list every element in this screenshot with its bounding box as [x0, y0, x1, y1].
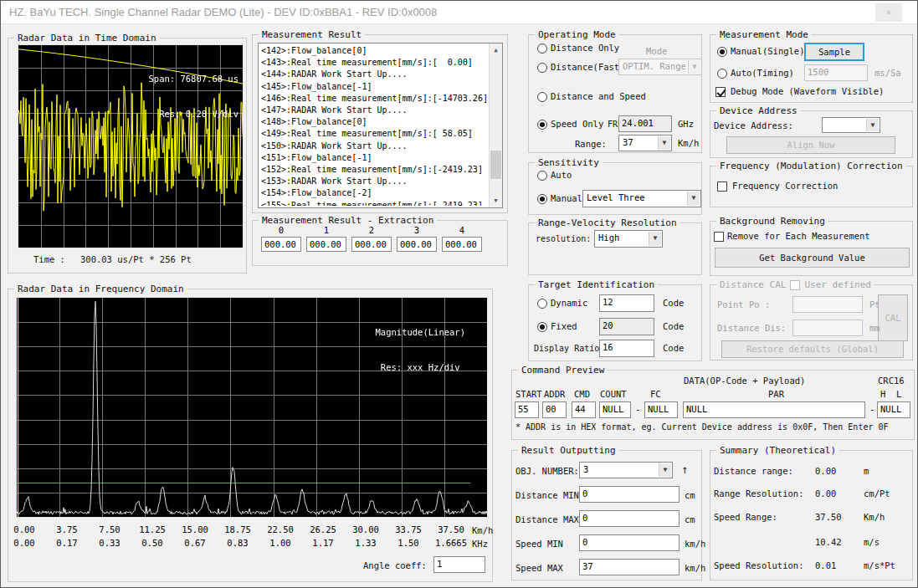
xtick-freq: 0.17	[50, 538, 84, 548]
summary-speed-resolution-label: Speed Resolution:	[714, 560, 803, 570]
chevron-down-icon[interactable]: ▼	[658, 136, 670, 150]
remove-each-measurement-label[interactable]: Remove for Each Measurement	[727, 231, 870, 241]
radio-speed-only[interactable]	[537, 120, 547, 130]
radio-fixed[interactable]	[537, 322, 547, 332]
radio-sensitivity-manual-label[interactable]: Manual	[551, 193, 582, 203]
point-po-field[interactable]	[792, 296, 863, 313]
xtick-speed: 0.00	[8, 524, 41, 534]
radio-auto-timing-label[interactable]: Auto(Timing)	[731, 68, 794, 78]
log-scrollbar[interactable]: ▲ ▼	[489, 43, 502, 207]
distance-dis-label: Distance Dis:	[717, 323, 786, 333]
radio-speed-only-label[interactable]: Speed Only	[551, 119, 603, 129]
radio-distance-and-speed[interactable]	[537, 92, 547, 102]
xtick-speed: 30.00	[349, 524, 382, 534]
radio-distance-only-label[interactable]: Distance Only	[551, 43, 619, 53]
radio-fixed-label[interactable]: Fixed	[551, 321, 577, 331]
dynamic-code-unit: Code	[663, 298, 684, 308]
log-line: <154>:Flow_balance[-2]	[261, 187, 488, 199]
radio-dynamic-label[interactable]: Dynamic	[551, 298, 587, 308]
group-title-device-address: Device Address	[716, 105, 801, 116]
group-frequency-correction: Frequency (Modulation) Correction Freque…	[710, 166, 913, 207]
cmd-addr-field[interactable]: 00	[542, 401, 567, 418]
cmd-start-field[interactable]: 55	[515, 401, 539, 418]
up-arrow-icon[interactable]: ↑	[681, 463, 688, 475]
extraction-field[interactable]: 000.00	[397, 237, 437, 252]
chevron-down-icon[interactable]: ▼	[659, 463, 671, 477]
frequency-correction-label[interactable]: Frequency Correction	[732, 181, 838, 191]
sample-button[interactable]: Sample	[804, 43, 864, 61]
extraction-field[interactable]: 000.00	[306, 237, 346, 252]
chevron-down-icon[interactable]: ▼	[649, 232, 661, 246]
radio-sensitivity-auto-label[interactable]: Auto	[551, 170, 572, 180]
range-combobox[interactable]: 37 ▼	[618, 135, 672, 151]
extraction-field[interactable]: 000.00	[442, 237, 482, 252]
close-icon[interactable]: ✕	[875, 3, 902, 22]
col-par-label: PAR	[768, 389, 784, 399]
get-background-value-button[interactable]: Get Background Value	[715, 248, 910, 268]
col-hl-label: H L	[880, 389, 901, 399]
device-address-combobox[interactable]: ▼	[822, 117, 880, 133]
obj-number-label: OBJ. NUMBER:	[515, 466, 579, 476]
scroll-thumb[interactable]	[490, 151, 501, 179]
extraction-field[interactable]: 000.00	[351, 237, 392, 252]
radio-distance-only[interactable]	[537, 43, 547, 54]
speed-max-field[interactable]: 37	[579, 559, 680, 575]
extraction-field[interactable]: 000.00	[261, 237, 301, 252]
speed-min-unit: km/h	[685, 539, 705, 549]
extraction-header: 4	[445, 225, 479, 235]
mode-combobox[interactable]: OPTIM. Range ▼	[618, 59, 702, 75]
frequency-correction-checkbox[interactable]	[717, 182, 727, 192]
speed-min-field[interactable]: 0	[579, 534, 680, 551]
remove-each-measurement-checkbox[interactable]	[714, 232, 724, 242]
angle-coeff-label: Angle coeff:	[363, 560, 427, 570]
group-title-operating-mode: Operating Mode	[535, 29, 619, 40]
log-line: <147>:RADAR Work Start Up....	[261, 105, 488, 116]
dynamic-code-field[interactable]: 12	[599, 294, 654, 312]
radio-distance-fast-label[interactable]: Distance(Fast)	[551, 62, 625, 72]
radio-sensitivity-auto[interactable]	[537, 171, 547, 181]
radio-dynamic[interactable]	[537, 299, 547, 309]
fixed-code-field[interactable]: 20	[599, 318, 654, 335]
chevron-down-icon[interactable]: ▼	[688, 60, 700, 74]
scroll-up-icon[interactable]: ▲	[490, 43, 502, 57]
display-ratio-unit: Code	[663, 343, 684, 353]
group-target-identification: Target Identification Dynamic 12 Code Fi…	[528, 284, 702, 361]
cal-button[interactable]: CAL	[878, 294, 908, 341]
cmd-cmd-field[interactable]: 44	[572, 401, 596, 418]
extraction-fields: 000.00000.00000.00000.00000.00	[261, 237, 482, 252]
cmd-par-field[interactable]: NULL	[683, 401, 865, 418]
measurement-log-listbox[interactable]: <142>:Flow_balance[0]<143>:Real time mea…	[258, 43, 503, 208]
resolution-combobox[interactable]: High ▼	[594, 230, 663, 248]
sensitivity-level-combobox[interactable]: Level Three ▼	[582, 190, 701, 207]
distance-min-field[interactable]: 0	[579, 486, 680, 503]
display-ratio-field[interactable]: 16	[599, 340, 654, 357]
radio-distance-fast[interactable]	[537, 63, 547, 73]
obj-number-combobox[interactable]: 3 ▼	[579, 462, 673, 478]
angle-coeff-field[interactable]: 1	[433, 556, 485, 573]
summary-range-resolution-label: Range Resolution:	[714, 488, 803, 499]
align-now-button[interactable]: Align Now	[726, 136, 895, 154]
radio-manual-single-label[interactable]: Manual(Single)	[731, 46, 805, 56]
radio-distance-and-speed-label[interactable]: Distance and Speed	[551, 91, 646, 101]
chevron-down-icon[interactable]: ▼	[687, 192, 700, 206]
log-line: <146>:Real time measurement[mm/s]:[-1470…	[261, 93, 488, 105]
radio-auto-timing[interactable]	[717, 69, 727, 79]
cmd-crc-field[interactable]: NULL	[877, 401, 910, 418]
debug-mode-checkbox[interactable]	[715, 87, 726, 97]
distance-max-field[interactable]: 0	[579, 510, 680, 527]
cmd-fc-field[interactable]: NULL	[644, 401, 678, 418]
chevron-down-icon[interactable]: ▼	[866, 119, 879, 131]
restore-defaults-button[interactable]: Restore defaults (Global)	[721, 340, 904, 358]
cmd-count-field[interactable]: NULL	[599, 401, 631, 418]
distance-cal-title: Distance CAL	[720, 279, 786, 290]
timing-interval-field[interactable]: 1500	[804, 64, 868, 81]
freq-res-label: Res: xxx Hz/div	[376, 361, 465, 373]
user-defined-checkbox[interactable]	[790, 280, 800, 290]
scroll-down-icon[interactable]: ▼	[490, 194, 502, 207]
radio-sensitivity-manual[interactable]	[537, 194, 547, 204]
radio-manual-single[interactable]	[717, 47, 727, 57]
debug-mode-label[interactable]: Debug Mode (Waveform Visible)	[731, 86, 884, 96]
freq-field[interactable]: 24.001	[618, 115, 672, 132]
xtick-freq: 1.6665	[434, 538, 468, 548]
distance-dis-field[interactable]	[792, 320, 863, 336]
